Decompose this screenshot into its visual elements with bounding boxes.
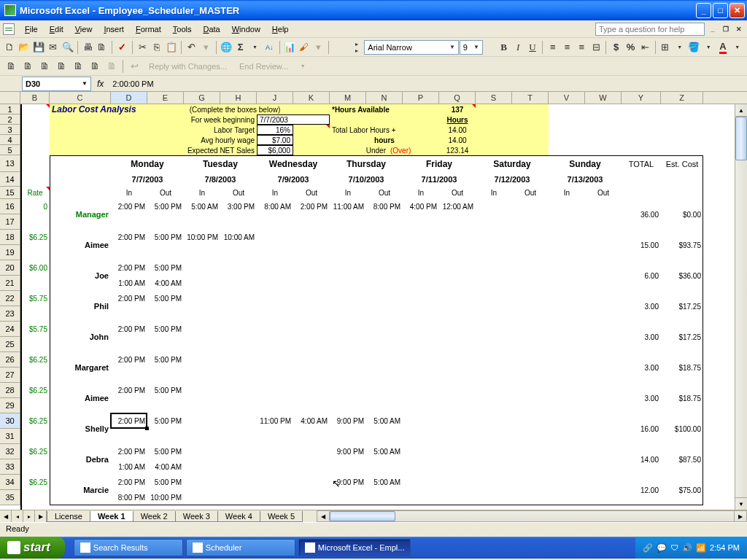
currency-icon[interactable]: $ <box>609 39 623 55</box>
sheet-tab-week-2[interactable]: Week 2 <box>133 511 176 522</box>
row-header-16[interactable]: 16 <box>0 199 20 214</box>
row-header-2[interactable]: 2 <box>0 114 20 125</box>
shift-in[interactable]: 8:00 AM <box>257 199 293 214</box>
mdi-minimize-icon[interactable]: _ <box>708 24 718 34</box>
row-header-17[interactable]: 17 <box>0 214 20 230</box>
col-header-T[interactable]: T <box>512 92 549 104</box>
in-header[interactable]: In <box>330 187 366 199</box>
row-header-24[interactable]: 24 <box>0 322 20 337</box>
day-date[interactable]: 7/9/2003 <box>257 172 330 187</box>
cells-area[interactable]: Labor Cost Analysis(Complete the boxes b… <box>20 104 735 510</box>
taskbar-button[interactable]: Scheduler <box>186 539 295 556</box>
shift-out[interactable]: 5:00 PM <box>147 413 184 429</box>
col-header-V[interactable]: V <box>549 92 585 104</box>
in-header[interactable]: In <box>184 187 220 199</box>
rate-cell[interactable]: $6.25 <box>20 230 50 245</box>
rate-cell[interactable]: $6.25 <box>20 444 50 459</box>
paste-icon[interactable]: 📋 <box>164 39 178 55</box>
menu-window[interactable]: Window <box>226 23 266 36</box>
col-header-Z[interactable]: Z <box>661 92 703 104</box>
in-header[interactable]: In <box>111 187 147 199</box>
tab-prev-icon[interactable]: ◂ <box>12 510 23 522</box>
row-header-19[interactable]: 19 <box>0 245 20 260</box>
shift-in[interactable]: 11:00 PM <box>257 413 293 429</box>
review-icon-1[interactable]: 🗎 <box>3 58 19 74</box>
total-cell[interactable]: 6.00 <box>622 260 661 291</box>
employee-name[interactable]: Manager <box>50 199 111 230</box>
menu-help[interactable]: Help <box>266 23 295 36</box>
rate-header[interactable]: Rate <box>20 187 50 199</box>
shift-in[interactable]: 2:00 PM <box>111 322 147 337</box>
hours-label[interactable]: Hours <box>439 114 476 125</box>
in-header[interactable]: In <box>403 187 439 199</box>
rate-cell[interactable]: 0 <box>20 199 50 214</box>
shift-in[interactable]: 2:00 PM <box>111 230 147 245</box>
scroll-up-icon[interactable]: ▲ <box>735 104 747 117</box>
maximize-button[interactable]: □ <box>713 3 728 18</box>
toolbar-options-icon[interactable]: ▸▸ <box>350 39 364 55</box>
hours2-label[interactable]: hours <box>366 135 403 145</box>
tray-icon[interactable]: 🔗 <box>643 543 653 553</box>
row-header-30[interactable]: 30 <box>0 413 20 429</box>
align-right-icon[interactable]: ≡ <box>575 39 589 55</box>
row-header-15[interactable]: 15 <box>0 187 20 199</box>
save-icon[interactable]: 💾 <box>32 39 46 55</box>
sheet-tab-week-5[interactable]: Week 5 <box>260 511 303 522</box>
day-date[interactable]: 7/8/2003 <box>184 172 257 187</box>
shift-out[interactable]: 4:00 AM <box>293 413 330 429</box>
shift-out[interactable]: 5:00 PM <box>147 475 184 490</box>
col-header-E[interactable]: E <box>147 92 184 104</box>
italic-icon[interactable]: I <box>511 39 525 55</box>
align-center-icon[interactable]: ≡ <box>560 39 574 55</box>
shift-out[interactable]: 10:00 PM <box>147 490 184 505</box>
drawing-icon[interactable]: 🖌 <box>297 39 311 55</box>
total-labor-value[interactable]: 14.00 <box>439 125 476 135</box>
font-color-dropdown-icon[interactable]: ▼ <box>730 39 744 55</box>
shift-out[interactable]: 5:00 PM <box>147 352 184 368</box>
col-header-B[interactable]: B <box>20 92 50 104</box>
row-header-13[interactable]: 13 <box>0 155 20 172</box>
row-header-31[interactable]: 31 <box>0 429 20 444</box>
row-header-1[interactable]: 1 <box>0 104 20 114</box>
total-cell[interactable]: 16.00 <box>622 413 661 444</box>
menu-format[interactable]: Format <box>130 23 167 36</box>
employee-name[interactable]: Margaret <box>50 352 111 383</box>
out-header[interactable]: Out <box>512 187 549 199</box>
font-size-selector[interactable]: 9 ▼ <box>460 40 483 55</box>
borders-dropdown-icon[interactable]: ▼ <box>673 39 686 55</box>
shift-in[interactable]: 9:00 PM <box>330 444 366 459</box>
shift-out[interactable]: 5:00 PM <box>147 383 184 398</box>
select-all-corner[interactable] <box>0 92 20 104</box>
total-cell[interactable]: 3.00 <box>622 383 661 413</box>
review-icon-3[interactable]: 🗎 <box>36 58 53 74</box>
shift-in[interactable]: 2:00 PM <box>111 291 147 306</box>
analysis-value[interactable]: 7/7/2003 <box>257 114 330 125</box>
analysis-value[interactable]: $7.00 <box>257 135 293 145</box>
total-cell[interactable]: 3.00 <box>622 291 661 322</box>
total-cell[interactable]: 15.00 <box>622 230 661 260</box>
scroll-thumb[interactable] <box>735 117 747 160</box>
row-header-29[interactable]: 29 <box>0 398 20 413</box>
tray-icon[interactable]: 🔊 <box>682 543 692 553</box>
menu-insert[interactable]: Insert <box>98 23 130 36</box>
font-color-icon[interactable]: A <box>716 39 730 55</box>
shift-out[interactable]: 4:00 AM <box>147 459 184 475</box>
day-header[interactable]: Monday <box>111 155 184 172</box>
taskbar-button[interactable]: Search Results <box>74 539 183 556</box>
menu-view[interactable]: View <box>69 23 98 36</box>
row-header-35[interactable]: 35 <box>0 490 20 505</box>
day-header[interactable]: Sunday <box>549 155 622 172</box>
redo-icon[interactable]: ▾ <box>199 39 213 55</box>
decrease-indent-icon[interactable]: ⇤ <box>638 39 652 55</box>
shift-in[interactable]: 2:00 PM <box>111 444 147 459</box>
undo-icon[interactable]: ↶ <box>185 39 198 55</box>
analysis-label[interactable]: For week beginning <box>50 114 257 125</box>
shift-out[interactable]: 2:00 PM <box>293 199 330 214</box>
cost-cell[interactable]: $18.75 <box>661 352 703 383</box>
out-header[interactable]: Out <box>439 187 476 199</box>
print-icon[interactable]: 🖶 <box>81 39 95 55</box>
tray-icon[interactable]: 💬 <box>657 543 667 553</box>
rate-cell[interactable]: $6.00 <box>20 260 50 276</box>
row-header-23[interactable]: 23 <box>0 306 20 322</box>
shift-in[interactable]: 2:00 PM <box>111 383 147 398</box>
